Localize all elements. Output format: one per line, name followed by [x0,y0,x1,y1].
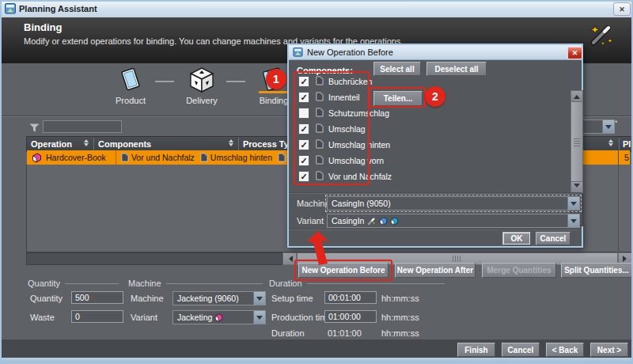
sort-icon[interactable] [84,139,89,146]
waste-input[interactable] [71,310,123,323]
col-operation[interactable]: Operation [31,139,72,149]
merge-quantities-button: Merge Quantities [482,263,556,278]
chevron-down-icon[interactable] [602,120,614,133]
deselect-all-button[interactable]: Deselect all [426,62,487,76]
new-operation-after-button[interactable]: New Operation After [395,263,476,278]
product-step-icon[interactable] [118,66,143,92]
dialog-ok-button[interactable]: OK [502,232,531,245]
col-planned[interactable]: Pl [623,139,631,149]
row-component: Vor und Nachfalz [131,153,195,162]
machine-group: Machine [128,279,263,288]
dialog-machine-value: CasingIn (9050) [328,199,567,208]
column-config-icon[interactable]: * [615,119,618,127]
machine-label: Machine [131,294,164,303]
scroll-up-icon[interactable] [570,90,583,102]
divider [289,192,582,194]
dialog-cancel-button[interactable]: Cancel [536,232,570,245]
active-step-underline [259,91,289,93]
setup-time-label: Setup time [271,294,313,303]
dialog-variant-dropdown[interactable]: CasingIn [327,214,580,228]
next-button[interactable]: Next > [590,343,628,357]
book-icon [390,217,399,226]
dialog-titlebar: New Operation Before [289,45,582,60]
production-time-input[interactable] [324,310,377,323]
chevron-down-icon[interactable] [567,197,579,210]
quantity-input[interactable] [71,291,123,304]
duration-value: 01:01:00 [328,328,362,338]
dialog-title: New Operation Before [307,47,393,57]
time-format-label: hh:mm:ss [381,294,419,303]
window-titlebar: Planning Assistant [0,0,633,18]
column-divider [618,150,619,251]
setup-time-input[interactable] [324,291,377,304]
variant-value: Jacketing [177,313,212,322]
dialog-machine-dropdown[interactable]: CasingIn (9050) [327,196,580,210]
annotation-arrow [304,231,335,267]
time-format-label: hh:mm:ss [381,328,419,338]
component-page-icon [277,153,286,162]
dialog-variant-value: CasingIn [332,216,364,226]
app-icon [5,3,16,14]
back-button[interactable]: < Back [546,343,584,357]
col-components[interactable]: Components [98,139,151,149]
book-icon [379,217,388,226]
finish-button[interactable]: Finish [457,343,495,357]
wand-icon [366,216,377,226]
time-format-label: hh:mm:ss [381,313,419,322]
filter-icon[interactable] [29,123,40,132]
scrollbar-thumb[interactable] [570,101,583,182]
chevron-down-icon[interactable] [253,292,265,305]
quantity-group: Quantity [28,279,119,288]
production-time-label: Production time [271,313,332,322]
divider [289,229,582,230]
delivery-step-icon[interactable] [188,66,215,93]
dialog-close-icon[interactable]: ✕ [567,47,582,59]
step-label-product[interactable]: Product [103,96,158,105]
annotation-badge-1: 1 [266,69,286,89]
step-connector [226,81,245,82]
step-connector [155,81,174,82]
dialog-icon [293,47,303,57]
planning-assistant-window: Planning Assistant ✕ Binding Modify or e… [0,0,633,364]
window-title: Planning Assistant [19,4,97,13]
row-component: Umschlag hinten [210,153,272,162]
annotation-badge-2: 2 [425,86,445,107]
component-page-icon [199,153,208,162]
quantity-label: Quantity [30,294,63,303]
chevron-down-icon[interactable] [567,214,579,227]
sort-icon[interactable] [608,139,613,146]
scroll-down-icon[interactable] [570,181,583,193]
duration-label: Duration [271,328,305,338]
page-title: Binding [24,21,62,33]
machine-value: Jacketing (9060) [173,294,253,303]
row-operation: Hardcover-Book [46,153,106,162]
annotation-box-components [294,71,370,185]
book-icon [32,153,42,163]
dialog-machine-label: Machine [297,199,330,208]
variant-dropdown[interactable]: Jacketing [172,310,266,324]
scrollbar-track[interactable] [26,252,282,265]
annotation-box-teilen [369,87,426,108]
select-all-button[interactable]: Select all [373,62,421,76]
dialog-variant-label: Variant [297,216,324,226]
machine-dropdown[interactable]: Jacketing (9060) [172,291,266,305]
step-label-delivery[interactable]: Delivery [174,96,229,105]
component-page-icon [120,153,129,162]
wand-icon [587,22,616,47]
sort-icon[interactable] [229,139,233,146]
variant-label: Variant [131,313,157,322]
book-icon [214,313,223,322]
filter-input[interactable] [43,120,122,133]
window-close-icon[interactable]: ✕ [613,2,631,16]
waste-label: Waste [30,313,55,322]
row-planned-qty: 5 [624,153,629,162]
cancel-button[interactable]: Cancel [502,343,540,357]
chevron-down-icon[interactable] [253,311,265,324]
window-bottom-edge [0,358,633,364]
split-quantities-button[interactable]: Split Quantities... [561,263,632,278]
